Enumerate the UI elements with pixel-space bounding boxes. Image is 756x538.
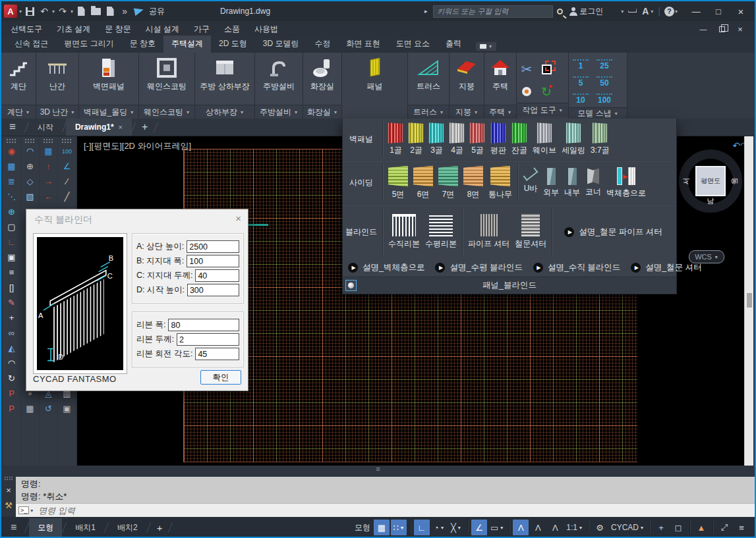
snap-mode-toggle[interactable]: ∷▾ xyxy=(391,520,407,535)
new-button[interactable] xyxy=(103,3,117,19)
maximize-button[interactable]: □ xyxy=(707,3,730,20)
railing-button[interactable]: 난간 xyxy=(36,53,78,105)
prompt-icon[interactable]: >_ xyxy=(18,506,29,514)
ribbon-group-kitchen-fixture[interactable]: 주방설비▾ xyxy=(255,105,303,119)
kitchen-cabinet-button[interactable]: 주방 상하부장 xyxy=(195,53,254,105)
wainscoting-button[interactable]: 웨인스코팅 xyxy=(139,53,194,105)
prompt-caret-icon[interactable]: ▾ xyxy=(30,508,33,514)
white-frame-icon[interactable]: ▢ xyxy=(4,219,20,234)
scrollbar-thumb[interactable] xyxy=(747,293,752,308)
vertical-scrollbar[interactable] xyxy=(744,136,753,466)
ribbon-group-work-tools[interactable]: 작업 도구▾ xyxy=(517,103,568,117)
print-3d-icon[interactable]: ▣ xyxy=(59,401,75,416)
osnap-tracking-toggle[interactable]: ∠ xyxy=(471,520,487,535)
flyout-item-exterior[interactable]: 외부 xyxy=(540,168,562,198)
workspace-switcher[interactable]: CYCAD▾ xyxy=(609,520,646,535)
toolbar-grip[interactable] xyxy=(6,138,17,143)
toolbar-grip[interactable] xyxy=(61,138,73,143)
p-node-red-icon[interactable]: P xyxy=(4,386,20,401)
redo-button[interactable]: ↷ xyxy=(56,3,69,19)
search-icon[interactable] xyxy=(557,9,563,14)
menu-item-furniture[interactable]: 가구 xyxy=(194,24,210,35)
ribbon-group-truss[interactable]: 트러스▾ xyxy=(408,105,449,119)
menu-item-facility[interactable]: 시설 설계 xyxy=(146,24,179,35)
snap-scale-icon[interactable]: 100 xyxy=(59,144,75,159)
command-history[interactable]: 명령: 명령: *취소* xyxy=(16,477,755,503)
ribbon-group-wall-molding[interactable]: 벽패널_몰딩▾ xyxy=(79,105,138,119)
command-grip[interactable] xyxy=(4,476,13,480)
ribbon-tab-3d-modeling[interactable]: 3D 모델링 xyxy=(255,36,307,53)
flyout-item-to-wall-layer[interactable]: ▶ 벽체층으로 xyxy=(604,167,649,199)
flyout-item-ubar[interactable]: U바 xyxy=(521,171,540,194)
ribbon-group-bathroom[interactable]: 화장실▾ xyxy=(303,105,341,119)
annotation-autoscale-toggle[interactable]: Λ xyxy=(530,520,546,535)
endpoint-snap-icon[interactable]: ∕ xyxy=(59,174,75,189)
corner-polyline-icon[interactable]: ∟ xyxy=(4,234,20,250)
ortho-mode-toggle[interactable]: ∟ xyxy=(414,520,430,535)
wall-panel-button[interactable]: 벽면패널 xyxy=(79,53,138,105)
viewcube-rotate-controls[interactable]: ↶↷ xyxy=(733,140,744,151)
move-tool-icon[interactable]: + xyxy=(4,310,20,325)
menu-item-props[interactable]: 소품 xyxy=(224,24,240,35)
isolate-objects-toggle[interactable]: ◻ xyxy=(670,520,686,535)
graphics-performance-toggle[interactable]: ▲ xyxy=(693,520,709,535)
plot-button[interactable] xyxy=(74,3,88,19)
ok-button[interactable]: 확인 xyxy=(200,370,241,385)
tab-start[interactable]: 시작 xyxy=(28,119,63,136)
lineweight-toggle[interactable]: ▭▾ xyxy=(488,520,506,535)
ribbon-tab-modify[interactable]: 수정 xyxy=(306,36,338,53)
rotate-tool-icon[interactable]: ↻ xyxy=(4,371,20,386)
flyout-item-37gol[interactable]: 3:7골 xyxy=(588,123,612,156)
ribbon-group-house[interactable]: 주택▾ xyxy=(484,105,516,119)
segment-snap-icon[interactable]: ╱ xyxy=(59,189,75,204)
support-width-input[interactable] xyxy=(187,255,239,267)
viewcube-top-face[interactable]: 평면도 xyxy=(695,166,726,196)
ribbon-tab-quick-access[interactable]: 신속 접근 xyxy=(7,36,56,53)
help-item-steel-pipe-shutter[interactable]: ▶ 설명_철문 파이프 셔터 xyxy=(564,227,662,238)
tab-close-icon[interactable]: × xyxy=(119,123,123,131)
undo-button[interactable]: ↶ xyxy=(38,3,51,19)
save-button[interactable] xyxy=(23,3,36,19)
new-tab-button[interactable]: + xyxy=(142,121,148,133)
help-item-vertical-blind[interactable]: ▶설명_수직 블라인드 xyxy=(533,262,620,273)
flyout-item-3gol[interactable]: 3골 xyxy=(426,123,447,156)
dialog-close-icon[interactable]: × xyxy=(235,213,241,224)
layout-menu-icon[interactable]: ≡ xyxy=(11,522,16,533)
redo-caret-icon[interactable]: ▾ xyxy=(71,9,73,14)
help-item-horizontal-blind[interactable]: ▶설명_수평 블라인드 xyxy=(435,262,522,273)
ribbon-tab-floorplan[interactable]: 평면도 그리기 xyxy=(56,36,121,53)
flyout-item-pipe-shutter[interactable]: 파이프 셔터 xyxy=(465,214,512,250)
flyout-item-horizontal-ribbon[interactable]: 수평리본 xyxy=(422,214,459,250)
tab-drawing1[interactable]: Drawing1*× xyxy=(66,119,132,136)
ribbon-tab-house-design[interactable]: 주택설계 xyxy=(163,36,211,53)
arc-segment-icon[interactable]: ◠ xyxy=(22,144,38,159)
login-caret-icon[interactable]: ▾ xyxy=(621,9,624,14)
file-tabs-menu-icon[interactable]: ≡ xyxy=(9,121,16,134)
start-height-input[interactable] xyxy=(187,284,239,296)
viewcube-east-label[interactable]: 동 xyxy=(730,178,740,185)
support-thickness-input[interactable] xyxy=(195,269,239,282)
ribbon-tab-drawing-elements[interactable]: 도면 요소 xyxy=(388,36,438,53)
top-height-input[interactable] xyxy=(187,240,239,253)
snap-10-button[interactable]: 10 xyxy=(573,94,589,105)
ribbon-group-cabinet[interactable]: 상하부장▾ xyxy=(195,105,254,119)
grid-display-toggle[interactable]: ▦ xyxy=(374,520,390,535)
insert-left-icon[interactable]: ← xyxy=(41,189,57,204)
close-button[interactable]: × xyxy=(730,3,752,20)
doc-restore-button[interactable] xyxy=(712,22,731,36)
ribbon-group-stairs[interactable]: 계단▾ xyxy=(1,105,36,119)
viewcube-west-label[interactable]: 서 xyxy=(682,178,691,185)
house-button[interactable]: 주택 xyxy=(484,53,516,105)
app-menu-caret-icon[interactable]: ▾ xyxy=(19,9,22,14)
angle-constraint-icon[interactable]: ∠ xyxy=(59,159,75,174)
new-layout-button[interactable]: + xyxy=(157,522,163,533)
help-caret-icon[interactable]: ▾ xyxy=(675,9,678,14)
circle-center-icon[interactable]: ⊕ xyxy=(22,159,38,174)
share-button[interactable] xyxy=(132,3,146,19)
viewport-controls-label[interactable]: [-][평면도][2D 와이어프레임] xyxy=(84,140,191,152)
flyout-item-log[interactable]: 통나무 xyxy=(486,166,515,200)
menu-item-door-window[interactable]: 문 창문 xyxy=(105,24,131,35)
layout-tab-layout1[interactable]: 배치1 xyxy=(67,518,104,537)
node-points-icon[interactable]: ⋱ xyxy=(4,189,20,204)
annotation-scale-value[interactable]: 1:1▾ xyxy=(564,520,585,535)
